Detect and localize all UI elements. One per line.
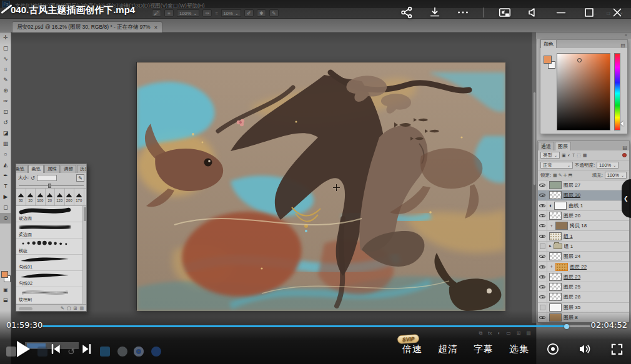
layer-visibility-toggle [538,190,547,200]
pressure-opacity-icon: ✑ [202,9,212,17]
brush-size-label: 大小: [18,175,29,181]
airbrush-icon: ✐ [244,9,254,17]
layer-row: 图层 24 [538,252,629,262]
artwork-illustration [137,62,505,311]
layer-visibility-toggle [538,303,547,312]
brush-preset-item: 横纹 [16,239,86,255]
brush-list-scrollbar [82,206,86,304]
menu-item: 视图(V) [150,2,167,9]
brush-tip-preset: 200 [65,189,75,205]
fg-color-swatch [544,56,552,64]
tool-crop: ⌗ [0,64,11,75]
quick-mask-icon: ▣ [0,287,11,293]
canvas-vertical-scrollbar [532,32,536,323]
minimize-icon[interactable] [554,5,569,20]
layer-row: ＋拷贝 18 [538,221,629,231]
fullscreen-button[interactable] [609,341,625,357]
layer-row: 图层 25 [538,282,629,292]
total-duration: 02:04:52 [591,320,627,330]
tool-shape: ◻ [0,202,11,213]
side-drawer-handle[interactable]: ❮ [622,179,631,218]
progress-handle[interactable] [564,324,569,329]
play-button[interactable] [14,339,32,359]
brush-size-input [37,175,57,181]
episodes-button[interactable]: 选集 [509,343,529,355]
tool-path-select: ▶ [0,192,11,202]
tool-dodge: ◭ [0,160,11,170]
previous-episode-button[interactable] [47,341,64,357]
layer-name: 图层 25 [564,283,580,290]
tab-color: 颜色 [540,39,557,48]
layer-filter-icons: ▣◐T⬚▦ [562,153,587,158]
pressure-size-icon: ✎ [269,9,279,17]
fill-label: 填充: [592,172,603,179]
volume-icon[interactable] [577,341,593,357]
brush-size-slider [19,183,84,188]
layer-name: 拷贝 18 [570,222,587,229]
flow-icon: ≈ [215,11,217,16]
layer-name: 图层 22 [570,263,587,270]
smoothing-gear-icon: ✱ [257,9,266,17]
brush-tip-preset: 20 [46,189,56,205]
tool-gradient: ▥ [0,139,11,149]
capture-target-icon[interactable] [545,341,561,357]
layer-visibility-toggle [538,262,547,271]
layer-row: 图层 28 [538,292,629,302]
svip-badge: SVIP [397,333,420,343]
next-episode-button[interactable] [79,341,95,357]
progress-bar[interactable] [42,325,590,327]
icon-divider [484,7,484,17]
brush-footer-slider [19,307,32,310]
layer-visibility-toggle [538,221,547,230]
layer-row: 图层 27 [538,180,629,190]
player-control-bar: ↺ SVIP 倍速 超清 字幕 选集 [0,334,631,364]
brush-tip-preset: 100 [36,189,46,205]
layer-row: 图层 35 [538,303,629,313]
edit-brush-icon: ✎ [76,174,84,182]
quality-button[interactable]: 超清 [438,343,458,355]
ps-document-tab-row: 居安02.psd @ 16.2% (图层 30, RGB/8) * - 正在存储… [0,19,631,32]
layer-row: 图层 23 [538,272,629,282]
subtitles-button[interactable]: 字幕 [474,343,494,355]
layer-name: 图层 30 [564,192,580,199]
tool-lasso: ∿ [0,54,11,64]
panel-menu-icon: ▤ [620,42,627,48]
brush-preset-icon: 🖊 [152,9,161,17]
layer-row: ▸组 1 [538,242,629,252]
listen-mode-icon[interactable] [525,5,540,20]
taskbar-ghost-icon [117,347,127,357]
progress-played [42,325,567,327]
layer-row: 图层 30 [538,190,629,200]
brush-tip-preset: 20 [26,189,36,205]
download-icon[interactable] [427,5,442,20]
tool-eyedropper: ✎ [0,75,11,86]
close-icon[interactable] [610,5,625,20]
tool-marquee: ▢ [0,43,11,54]
brush-list: 硬边圆柔边圆横纹勾线01勾线02纹理刷 [16,206,86,304]
layer-name: 图层 23 [564,273,580,280]
blend-mode-select: 正常⌄ [540,162,573,169]
brush-preset-strip: 302010020120200170 [16,188,86,206]
brush-tip-preset: 170 [74,189,84,205]
saturation-brightness-field [557,53,610,130]
brush-panel-tab: 画笔 [16,165,27,173]
pip-icon[interactable] [497,5,512,20]
maximize-icon[interactable] [582,5,597,20]
layer-visibility-toggle [538,292,547,302]
menu-item: 窗口(W) [167,2,187,9]
menu-item: 3D(D) [136,2,150,9]
tool-history-brush: ↺ [0,117,11,128]
share-icon[interactable] [399,5,414,20]
layer-visibility-toggle [538,242,547,251]
layer-name: 图层 28 [564,293,580,300]
layer-name: 图层 24 [564,253,580,260]
layer-visibility-toggle [538,211,547,220]
tool-eraser: ◪ [0,128,11,139]
more-icon[interactable] [455,5,470,20]
video-player-window: Ps 文件(F)编辑(E)图像(I)图层(L)文字(Y)选择(S)滤镜(T)3D… [0,0,631,364]
speed-button[interactable]: SVIP 倍速 [402,343,422,355]
video-title: 040.古风主题插画创作下.mp4 [11,4,135,16]
filter-toggle-dot [622,153,627,157]
reset-icon: ↺ [31,175,35,181]
hue-strip [614,53,620,130]
